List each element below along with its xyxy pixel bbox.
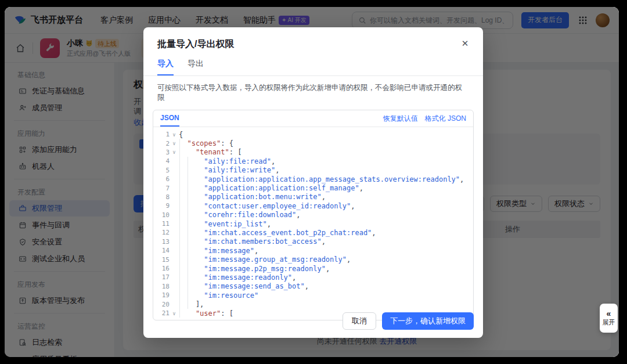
expand-label: 展开: [603, 318, 615, 327]
indent-guide: [179, 139, 180, 318]
code-line: 20 ],: [153, 300, 473, 308]
fold-chevron-icon[interactable]: ∨: [170, 149, 179, 155]
code-line: 12 "im:chat.access_event.bot_p2p_chat:re…: [153, 228, 473, 237]
code-line: 19 "im:resource": [153, 291, 473, 300]
app-window: 飞书开放平台 客户案例 应用中心 开发文档 智能助手 ✦ AI 开发 开发者后台: [5, 7, 619, 357]
format-json-link[interactable]: 格式化 JSON: [425, 114, 466, 124]
code-line: 10 "corehr:file:download",: [153, 211, 473, 219]
expand-panel-button[interactable]: « 展开: [600, 304, 618, 333]
tab-export[interactable]: 导出: [188, 59, 204, 75]
code-line: 14 "im:message",: [153, 246, 473, 255]
fold-chevron-icon[interactable]: ∨: [170, 311, 179, 316]
code-line: 15 "im:message.group_at_msg:readonly",: [153, 255, 473, 264]
indent-guide: [188, 157, 188, 309]
code-line: 6 "application:application.app_message_s…: [153, 175, 473, 183]
code-area[interactable]: 1∨{ 2∨ "scopes": { 3∨ "tenant": [ 4 "ail…: [153, 127, 473, 320]
code-line: 18 "im:message:send_as_bot",: [153, 282, 473, 291]
code-line: 3∨ "tenant": [: [153, 148, 473, 157]
dialog-title: 批量导入/导出权限: [143, 27, 483, 51]
fold-chevron-icon[interactable]: ∨: [170, 140, 179, 146]
code-line: 1∨{: [153, 130, 473, 139]
code-line: 8 "application:bot.menu:write",: [153, 193, 473, 201]
json-editor: JSON 恢复默认值 格式化 JSON 1∨{ 2∨ "scopes": { 3…: [153, 110, 474, 320]
code-line: 11 "event:ip_list",: [153, 219, 473, 228]
double-chevron-left-icon: «: [607, 309, 611, 318]
code-line: 2∨ "scopes": {: [153, 139, 473, 147]
confirm-next-button[interactable]: 下一步，确认新增权限: [382, 312, 474, 330]
code-line: 16 "im:message.p2p_msg:readonly",: [153, 264, 473, 273]
batch-import-export-dialog: 批量导入/导出权限 ✕ 导入 导出 可按照以下格式导入数据，导入的权限将作为此次…: [143, 27, 483, 338]
code-line: 7 "application:application:self_manage",: [153, 183, 473, 192]
dialog-description: 可按照以下格式导入数据，导入的权限将作为此次新增申请的权限，不会影响已申请或开通…: [143, 76, 483, 103]
code-line: 5 "aily:file:write",: [153, 166, 473, 175]
tab-json[interactable]: JSON: [160, 110, 179, 127]
fold-chevron-icon[interactable]: ∨: [170, 132, 179, 138]
close-icon[interactable]: ✕: [459, 37, 471, 50]
code-line: 9 "contact:user.employee_id:readonly",: [153, 201, 473, 210]
code-line: 17 "im:message:readonly",: [153, 273, 473, 282]
cancel-button[interactable]: 取消: [343, 312, 376, 330]
restore-defaults-link[interactable]: 恢复默认值: [383, 114, 418, 124]
code-line: 4 "aily:file:read",: [153, 157, 473, 165]
code-line: 13 "im:chat.members:bot_access",: [153, 237, 473, 246]
editor-toolbar: JSON 恢复默认值 格式化 JSON: [153, 110, 473, 127]
tab-import[interactable]: 导入: [157, 59, 174, 75]
dialog-tabs: 导入 导出: [143, 59, 483, 76]
